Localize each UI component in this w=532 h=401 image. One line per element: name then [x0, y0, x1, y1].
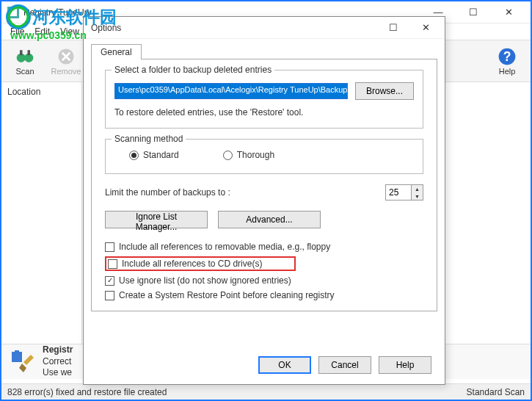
- backup-legend: Select a folder to backup deleted entrie…: [112, 65, 274, 75]
- close-button[interactable]: ✕: [492, 2, 525, 23]
- svg-rect-12: [15, 350, 19, 353]
- info-text: Registr Correct Use we: [43, 344, 73, 379]
- backup-path-row: Users\pc0359\AppData\Local\Acelogix\Regi…: [114, 82, 414, 100]
- backup-fieldset: Select a folder to backup deleted entrie…: [105, 70, 423, 129]
- radio-standard-label: Standard: [143, 150, 179, 160]
- spinner-arrows: ▲ ▼: [411, 185, 423, 200]
- app-icon: [7, 7, 19, 18]
- tab-general[interactable]: General: [91, 44, 142, 59]
- info-line1: Correct: [43, 356, 71, 366]
- remove-icon: [56, 46, 76, 67]
- check-cd[interactable]: Include all references to CD drive(s): [105, 256, 296, 271]
- svg-text:?: ?: [503, 49, 511, 64]
- dialog-body: General Select a folder to backup delete…: [84, 39, 445, 319]
- scan-button[interactable]: Scan: [7, 46, 43, 76]
- status-bar: 828 error(s) fixed and restore file crea…: [1, 383, 531, 400]
- dialog-title: Options: [91, 23, 121, 33]
- help-button[interactable]: ? Help: [489, 46, 525, 76]
- ignore-list-button[interactable]: Ignore List Manager...: [105, 211, 208, 228]
- dialog-actions: OK Cancel Help: [258, 356, 431, 374]
- radio-standard-indicator: [129, 151, 139, 160]
- scan-label: Scan: [15, 67, 34, 76]
- tab-panel-general: Select a folder to backup deleted entrie…: [91, 59, 437, 311]
- radio-thorough[interactable]: Thorough: [223, 150, 274, 160]
- limit-label: Limit the number of backups to :: [105, 187, 230, 198]
- radio-standard[interactable]: Standard: [129, 150, 179, 160]
- tab-header: General: [91, 43, 437, 59]
- help-label: Help: [499, 67, 516, 76]
- scanmethod-legend: Scanning method: [112, 134, 186, 144]
- remove-button[interactable]: Remove: [48, 46, 84, 76]
- dialog-close-button[interactable]: ✕: [409, 18, 442, 38]
- radio-thorough-indicator: [223, 151, 233, 160]
- remove-label: Remove: [51, 67, 81, 76]
- limit-row: Limit the number of backups to : ▲ ▼: [105, 184, 423, 201]
- backup-path-input[interactable]: Users\pc0359\AppData\Local\Acelogix\Regi…: [114, 83, 348, 99]
- svg-rect-1: [10, 9, 17, 16]
- checkbox-ignore: [105, 276, 114, 286]
- dialog-maximize-button[interactable]: ☐: [377, 18, 409, 38]
- main-title: Registry TuneUp: [7, 7, 89, 18]
- status-right: Standard Scan: [467, 387, 525, 397]
- check-ignore[interactable]: Use ignore list (do not show ignored ent…: [105, 275, 423, 286]
- checkbox-restorepoint: [105, 291, 114, 300]
- limit-input[interactable]: [386, 185, 411, 200]
- check-restorepoint-label: Create a System Restore Point before cle…: [119, 290, 334, 300]
- location-header: Location: [7, 87, 76, 97]
- check-restorepoint[interactable]: Create a System Restore Point before cle…: [105, 290, 423, 300]
- advanced-button[interactable]: Advanced...: [218, 211, 321, 228]
- menu-view[interactable]: View: [56, 25, 84, 38]
- cancel-button[interactable]: Cancel: [318, 356, 371, 374]
- help-icon: ?: [497, 46, 517, 67]
- check-removable[interactable]: Include all references to removable medi…: [105, 242, 423, 252]
- tabs: General Select a folder to backup delete…: [91, 43, 437, 311]
- brush-icon: [9, 349, 35, 375]
- radio-thorough-label: Thorough: [237, 150, 274, 160]
- info-title: Registr: [43, 344, 73, 355]
- info-line2: Use we: [43, 367, 72, 377]
- dialog-window-buttons: ☐ ✕: [377, 18, 442, 38]
- check-removable-label: Include all references to removable medi…: [119, 242, 330, 252]
- checkbox-cd: [108, 259, 117, 269]
- toolbar-right: ? Help: [489, 46, 525, 76]
- scanmethod-fieldset: Scanning method Standard Thorough: [105, 139, 423, 174]
- svg-rect-11: [12, 352, 22, 362]
- limit-spinner[interactable]: ▲ ▼: [385, 184, 423, 201]
- dialog-titlebar: Options ☐ ✕: [84, 17, 445, 39]
- options-dialog: Options ☐ ✕ General Select a folder to b…: [83, 16, 445, 385]
- checkbox-list: Include all references to removable medi…: [105, 242, 423, 300]
- help-button[interactable]: Help: [379, 356, 431, 374]
- checkbox-removable: [105, 242, 114, 252]
- binoculars-icon: [15, 46, 35, 67]
- menu-file[interactable]: File: [6, 25, 29, 38]
- maximize-button[interactable]: ☐: [457, 2, 489, 23]
- svg-rect-4: [20, 50, 23, 55]
- location-panel: Location: [1, 82, 82, 347]
- menu-edit[interactable]: Edit: [30, 25, 54, 38]
- check-cd-label: Include all references to CD drive(s): [122, 259, 262, 269]
- browse-button[interactable]: Browse...: [355, 82, 414, 100]
- check-ignore-label: Use ignore list (do not show ignored ent…: [119, 275, 291, 286]
- spinner-up-icon[interactable]: ▲: [412, 185, 423, 192]
- svg-rect-5: [28, 50, 31, 55]
- status-left: 828 error(s) fixed and restore file crea…: [7, 387, 167, 397]
- spinner-down-icon[interactable]: ▼: [412, 192, 423, 200]
- toolbar-left: Scan Remove: [7, 46, 84, 76]
- restore-note: To restore deleted entries, use the 'Res…: [114, 107, 414, 118]
- title-text: Registry TuneUp: [23, 7, 89, 18]
- scanmethod-radio-row: Standard Thorough: [114, 147, 414, 163]
- button-row: Ignore List Manager... Advanced...: [105, 211, 423, 228]
- ok-button[interactable]: OK: [258, 356, 311, 374]
